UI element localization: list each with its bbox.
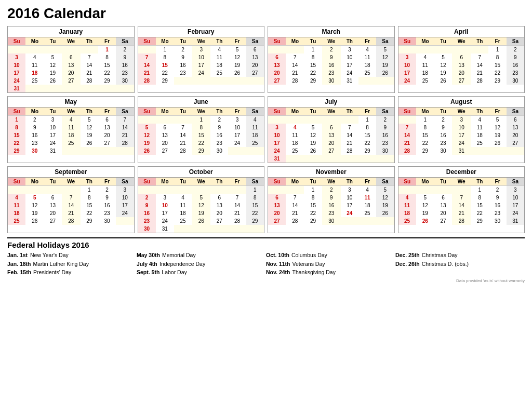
cal-cell: 17 — [507, 202, 524, 209]
holiday-name: Martin Luther King Day — [33, 260, 89, 268]
day-header-sa: Sa — [246, 178, 264, 186]
day-header-su: Su — [398, 108, 416, 116]
cal-cell: 4 — [358, 186, 376, 194]
cal-cell — [246, 77, 264, 85]
cal-cell — [376, 77, 394, 85]
cal-cell: 19 — [81, 131, 98, 139]
cal-cell: 14 — [174, 131, 192, 139]
cal-cell: 29 — [8, 147, 25, 155]
cal-cell — [98, 147, 116, 155]
cal-cell: 15 — [304, 61, 322, 69]
holiday-name: Christmas D. (obs.) — [422, 260, 469, 268]
cal-cell — [210, 225, 228, 233]
cal-cell: 11 — [246, 124, 264, 131]
cal-cell: 5 — [488, 116, 506, 124]
cal-cell: 20 — [434, 209, 452, 217]
day-header-su: Su — [398, 178, 416, 186]
cal-cell: 8 — [98, 53, 116, 61]
cal-cell: 10 — [341, 194, 358, 202]
cal-cell: 16 — [434, 131, 452, 139]
cal-cell: 17 — [452, 131, 471, 139]
cal-cell: 22 — [304, 209, 322, 217]
cal-cell: 10 — [116, 194, 134, 202]
cal-cell — [322, 116, 341, 124]
day-header-mo: Mo — [416, 37, 434, 46]
cal-cell: 22 — [98, 69, 116, 77]
cal-cell: 22 — [304, 69, 322, 77]
cal-cell: 26 — [488, 139, 506, 147]
holidays-grid: Jan. 1stNew Year's DayJan. 18thMartin Lu… — [7, 251, 525, 276]
day-header-we: We — [452, 37, 471, 46]
cal-cell: 3 — [228, 116, 246, 124]
cal-cell: 22 — [416, 139, 434, 147]
cal-table-march: SuMoTuWeThFrSa12345678910111213141516171… — [268, 37, 394, 85]
cal-cell: 28 — [174, 147, 192, 155]
cal-cell: 14 — [81, 61, 98, 69]
day-header-we: We — [62, 178, 81, 186]
cal-cell: 15 — [98, 61, 116, 69]
cal-cell: 17 — [192, 61, 210, 69]
cal-cell: 3 — [156, 194, 174, 202]
cal-cell — [246, 225, 264, 233]
day-header-mo: Mo — [156, 108, 174, 116]
day-header-sa: Sa — [116, 37, 134, 46]
cal-cell: 2 — [174, 46, 192, 54]
cal-cell: 8 — [246, 194, 264, 202]
cal-cell: 17 — [268, 139, 286, 147]
cal-cell — [341, 155, 358, 163]
cal-cell: 14 — [452, 202, 471, 209]
cal-cell: 22 — [81, 209, 98, 217]
cal-cell: 14 — [116, 124, 134, 131]
cal-cell: 25 — [416, 77, 434, 85]
cal-cell — [341, 217, 358, 225]
cal-cell: 25 — [358, 209, 376, 217]
cal-cell: 2 — [507, 46, 524, 54]
cal-cell: 13 — [156, 131, 174, 139]
cal-cell: 6 — [434, 194, 452, 202]
cal-cell: 8 — [192, 124, 210, 131]
day-header-we: We — [62, 37, 81, 46]
cal-cell: 20 — [210, 209, 228, 217]
cal-cell: 27 — [268, 77, 286, 85]
cal-cell: 10 — [228, 124, 246, 131]
cal-cell: 8 — [304, 194, 322, 202]
cal-cell: 10 — [341, 53, 358, 61]
cal-cell: 25 — [8, 217, 25, 225]
cal-cell — [507, 147, 524, 155]
holiday-row: Dec. 26thChristmas D. (obs.) — [395, 260, 525, 268]
cal-cell: 6 — [246, 46, 264, 54]
cal-cell: 15 — [304, 202, 322, 209]
day-header-we: We — [322, 108, 341, 116]
cal-cell: 30 — [488, 217, 506, 225]
cal-cell: 7 — [228, 194, 246, 202]
cal-cell: 25 — [398, 217, 416, 225]
cal-cell: 23 — [98, 209, 116, 217]
cal-cell: 8 — [416, 124, 434, 131]
cal-cell: 23 — [507, 69, 524, 77]
cal-cell: 4 — [246, 116, 264, 124]
cal-cell: 1 — [304, 46, 322, 54]
cal-table-july: SuMoTuWeThFrSa12345678910111213141516171… — [268, 108, 394, 163]
cal-cell: 18 — [471, 131, 488, 139]
cal-cell: 4 — [416, 53, 434, 61]
cal-cell: 22 — [246, 209, 264, 217]
cal-cell — [174, 116, 192, 124]
cal-cell: 20 — [268, 69, 286, 77]
day-header-sa: Sa — [246, 108, 264, 116]
cal-cell: 23 — [210, 139, 228, 147]
cal-table-june: SuMoTuWeThFrSa12345678910111213141516171… — [138, 108, 264, 155]
cal-cell — [286, 116, 304, 124]
cal-cell: 22 — [156, 69, 174, 77]
cal-cell: 24 — [156, 217, 174, 225]
day-header-mo: Mo — [25, 108, 44, 116]
cal-cell — [8, 186, 25, 194]
cal-cell: 30 — [507, 77, 524, 85]
cal-cell: 16 — [376, 131, 394, 139]
cal-cell — [210, 186, 228, 194]
cal-cell: 2 — [210, 116, 228, 124]
cal-cell — [25, 85, 44, 92]
cal-cell: 29 — [304, 77, 322, 85]
cal-cell: 3 — [341, 186, 358, 194]
cal-cell — [341, 116, 358, 124]
cal-cell: 23 — [116, 69, 134, 77]
